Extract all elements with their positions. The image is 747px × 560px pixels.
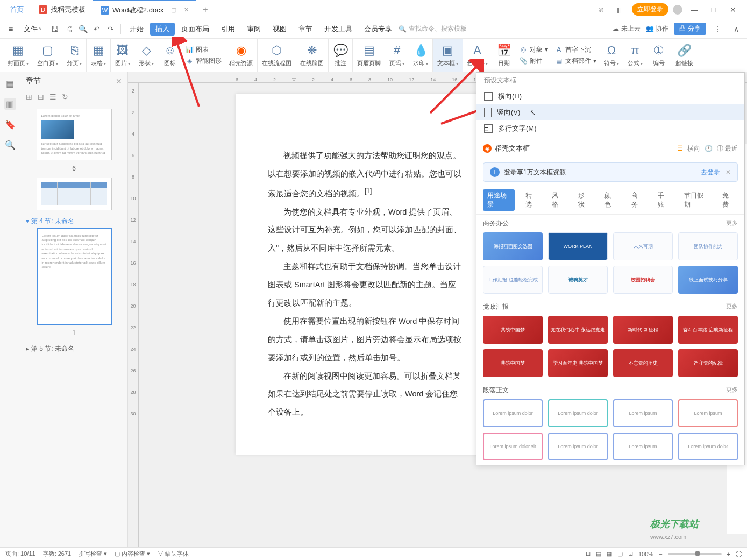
template-item[interactable]: 奋斗百年路 启航新征程	[678, 316, 738, 344]
template-item[interactable]: Lorem ipsum dolor	[548, 399, 608, 427]
ribbon-date[interactable]: 📅日期	[492, 39, 516, 72]
login-button[interactable]: 立即登录	[632, 3, 668, 16]
ribbon-icon[interactable]: ☺图标	[158, 39, 182, 72]
cat-color[interactable]: 颜色	[600, 189, 620, 211]
thumbnail-page-6[interactable]: Lorem ipsum dolor sit amet consectetur a…	[37, 109, 112, 160]
cat-shape[interactable]: 形状	[574, 189, 594, 211]
login-link[interactable]: 去登录	[701, 168, 720, 177]
template-item[interactable]: 共筑中国梦	[483, 349, 543, 377]
cloud-status[interactable]: ☁ 未上云	[613, 24, 640, 33]
fullscreen-icon[interactable]: ⛶	[736, 551, 742, 557]
ribbon-comment[interactable]: 💬批注	[329, 39, 353, 72]
ribbon-smartart[interactable]: ◈智能图形	[185, 56, 222, 66]
cat-usage[interactable]: 用途场景	[483, 189, 515, 211]
template-item[interactable]: 团队协作能力	[678, 232, 738, 260]
template-item[interactable]: 不忘党的历史	[613, 349, 673, 377]
view-mode-icon[interactable]: ▢	[617, 550, 623, 557]
ribbon-page-number[interactable]: #页码▾	[385, 39, 409, 72]
avatar[interactable]	[673, 5, 682, 15]
template-item[interactable]: Lorem ipsum dolor	[548, 433, 608, 460]
collaborate-button[interactable]: 👥 协作	[646, 24, 668, 33]
expand-icon[interactable]: ⊞	[26, 93, 32, 101]
ribbon-object[interactable]: ◎对象▾	[519, 45, 548, 54]
menu-view[interactable]: 视图	[267, 19, 292, 39]
menu-review[interactable]: 审阅	[241, 19, 266, 39]
collapse-icon[interactable]: ⊟	[38, 93, 44, 101]
ribbon-header-footer[interactable]: ▤页眉页脚	[353, 39, 385, 72]
ribbon-dropcap[interactable]: A̲首字下沉	[554, 45, 596, 54]
tab-templates[interactable]: D 找稻壳模板	[31, 0, 93, 19]
close-icon[interactable]: ✕	[184, 6, 189, 13]
ribbon-cover-page[interactable]: ▦封面页▾	[3, 39, 33, 72]
cat-style[interactable]: 风格	[547, 189, 567, 211]
ribbon-shape[interactable]: ◇形状▾	[134, 39, 158, 72]
zoom-out-button[interactable]: −	[659, 551, 662, 557]
menu-member[interactable]: 会员专享	[359, 19, 397, 39]
menu-start[interactable]: 开始	[124, 19, 149, 39]
menu-layout[interactable]: 页面布局	[176, 19, 215, 39]
fit-icon[interactable]: ⊡	[628, 550, 633, 557]
apps-icon[interactable]: ▦	[613, 2, 628, 17]
zoom-slider[interactable]	[668, 553, 722, 555]
textbox-multiline[interactable]: ≡多行文字(M)	[476, 120, 744, 137]
view-mode-icon[interactable]: ▦	[607, 550, 612, 557]
share-button[interactable]: 凸 分享	[674, 23, 706, 35]
ribbon-picture[interactable]: 🖼图片▾	[111, 39, 134, 72]
minimize-button[interactable]: —	[687, 2, 702, 17]
template-item[interactable]: Lorem ipsum dolor	[678, 433, 738, 460]
status-word-count[interactable]: 字数: 2671	[43, 550, 72, 558]
redo-icon[interactable]: ↷	[104, 23, 117, 36]
banner-close-icon[interactable]: ✕	[725, 168, 731, 176]
ribbon-attachment[interactable]: 📎附件	[519, 56, 548, 66]
cat-business[interactable]: 商务	[627, 189, 647, 211]
layout-icon[interactable]: ⎚	[593, 2, 608, 17]
cat-featured[interactable]: 精选	[521, 189, 541, 211]
ribbon-textbox[interactable]: ▣文本框▾	[433, 39, 463, 72]
new-tab-button[interactable]: +	[196, 5, 214, 15]
more-link[interactable]: 更多	[726, 219, 738, 228]
template-item[interactable]: WORK PLAN	[548, 232, 608, 260]
ribbon-hyperlink[interactable]: 🔗超链接	[671, 39, 698, 72]
search-icon[interactable]: 🔍	[4, 139, 16, 151]
section-5-title[interactable]: ▸ 第 5 节: 未命名	[26, 342, 122, 356]
horizontal-link[interactable]: 横向	[687, 144, 700, 153]
refresh-icon[interactable]: ↻	[62, 93, 68, 101]
menu-reference[interactable]: 引用	[216, 19, 240, 39]
menu-hamburger-icon[interactable]: ≡	[4, 23, 17, 36]
template-item[interactable]: Lorem ipsum	[613, 399, 673, 427]
status-missing-font[interactable]: ▽ 缺失字体	[158, 550, 189, 558]
undo-icon[interactable]: ↶	[90, 23, 103, 36]
ribbon-number[interactable]: ①编号	[647, 39, 671, 72]
maximize-button[interactable]: □	[706, 2, 721, 17]
template-item[interactable]: 共筑中国梦	[483, 316, 543, 344]
sidebar-close-icon[interactable]: ✕	[116, 77, 122, 86]
ribbon-table[interactable]: ▦表格▾	[87, 39, 111, 72]
view-mode-icon[interactable]: ⊞	[586, 550, 591, 557]
menu-devtools[interactable]: 开发工具	[319, 19, 358, 39]
more-link[interactable]: 更多	[726, 302, 738, 311]
template-item[interactable]: 党在我们心中 永远跟党走	[548, 316, 608, 344]
textbox-vertical[interactable]: 竖向(V) ↖	[476, 104, 744, 120]
template-item[interactable]: 校园招聘会	[613, 266, 673, 294]
sections-icon[interactable]: ▥	[4, 98, 16, 110]
bookmark-icon[interactable]: 🔖	[4, 118, 16, 130]
tab-menu-icon[interactable]: ▢	[171, 6, 176, 13]
outline-icon[interactable]: ▤	[4, 77, 16, 89]
menu-section[interactable]: 章节	[293, 19, 318, 39]
status-contentcheck[interactable]: ▢ 内容检查 ▾	[115, 550, 150, 558]
print-icon[interactable]: 🖨	[62, 23, 75, 36]
template-item[interactable]: 学习百年史 共筑中国梦	[548, 349, 608, 377]
history-icon[interactable]: 🕐	[705, 145, 713, 152]
template-item[interactable]: 新时代 新征程	[613, 316, 673, 344]
view-mode-icon[interactable]: ▤	[596, 550, 601, 557]
textbox-horizontal[interactable]: 横向(H)	[476, 88, 744, 104]
preview-icon[interactable]: 🔍	[76, 23, 89, 36]
vertical-ruler[interactable]: 224681012141618202224262830	[128, 83, 139, 547]
ribbon-docer-resource[interactable]: ◉稻壳资源	[225, 39, 258, 72]
ribbon-blank-page[interactable]: ▢空白页▾	[33, 39, 62, 72]
ribbon-watermark[interactable]: 💧水印▾	[409, 39, 433, 72]
ribbon-wordart[interactable]: A艺术字▾	[463, 39, 492, 72]
ribbon-chart[interactable]: 📊图表	[185, 45, 222, 54]
cat-free[interactable]: 免费	[718, 189, 738, 211]
tab-document[interactable]: W Word教程2.docx ▢ ✕	[93, 0, 196, 19]
